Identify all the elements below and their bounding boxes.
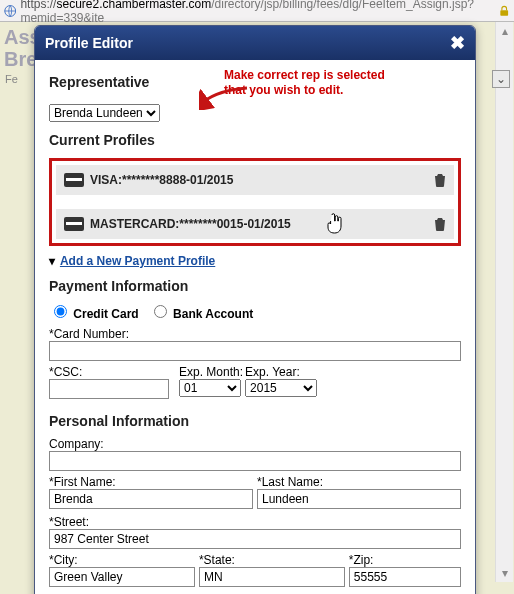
city-label: *City: [49, 553, 195, 567]
url-proto: https:// [20, 0, 56, 11]
page-scrollbar[interactable]: ▴ ▾ [495, 22, 513, 582]
trash-icon[interactable] [434, 173, 446, 187]
modal-header: Profile Editor ✖ [35, 26, 475, 60]
svg-rect-1 [500, 10, 508, 15]
last-name-input[interactable] [257, 489, 461, 509]
current-profiles-heading: Current Profiles [49, 132, 461, 148]
caret-down-icon[interactable]: ▾ [49, 254, 55, 268]
company-input[interactable] [49, 451, 461, 471]
personal-info-heading: Personal Information [49, 413, 461, 429]
add-profile-row: ▾ Add a New Payment Profile [49, 254, 461, 268]
hand-cursor-icon [326, 213, 344, 235]
first-name-label: *First Name: [49, 475, 253, 489]
exp-year-label: Exp. Year: [245, 365, 317, 379]
profile-entry-visa[interactable]: VISA:********8888-01/2015 [56, 165, 454, 195]
lock-icon [498, 4, 510, 18]
card-icon [64, 173, 84, 187]
zip-input[interactable] [349, 567, 461, 587]
add-payment-profile-link[interactable]: Add a New Payment Profile [60, 254, 215, 268]
company-label: Company: [49, 437, 461, 451]
representative-select[interactable]: Brenda Lundeen [49, 104, 160, 122]
last-name-label: *Last Name: [257, 475, 461, 489]
credit-card-radio[interactable] [54, 305, 67, 318]
trash-icon[interactable] [434, 217, 446, 231]
background-dropdown-caret[interactable]: ⌄ [492, 70, 510, 88]
profile-text: MASTERCARD:********0015-01/2015 [90, 217, 291, 231]
close-icon[interactable]: ✖ [450, 34, 465, 52]
bank-account-radio-label[interactable]: Bank Account [149, 307, 254, 321]
csc-input[interactable] [49, 379, 169, 399]
street-input[interactable] [49, 529, 461, 549]
card-number-input[interactable] [49, 341, 461, 361]
state-input[interactable] [199, 567, 345, 587]
current-profiles-box: VISA:********8888-01/2015 MASTERCARD:***… [49, 158, 461, 246]
url-host: secure2.chambermaster.com [56, 0, 211, 11]
card-icon [64, 217, 84, 231]
modal-title: Profile Editor [45, 35, 133, 51]
first-name-input[interactable] [49, 489, 253, 509]
exp-year-select[interactable]: 2015 [245, 379, 317, 397]
profile-text: VISA:********8888-01/2015 [90, 173, 233, 187]
browser-url-bar: https://secure2.chambermaster.com/direct… [0, 0, 514, 22]
state-label: *State: [199, 553, 345, 567]
scroll-down-icon[interactable]: ▾ [496, 564, 513, 582]
bank-account-radio[interactable] [154, 305, 167, 318]
background-fe-label: Fe [5, 73, 18, 85]
profile-editor-modal: Profile Editor ✖ Representative Make cor… [34, 25, 476, 594]
csc-label: *CSC: [49, 365, 169, 379]
exp-month-label: Exp. Month: [179, 365, 243, 379]
street-label: *Street: [49, 515, 461, 529]
zip-label: *Zip: [349, 553, 461, 567]
exp-month-select[interactable]: 01 [179, 379, 241, 397]
scroll-up-icon[interactable]: ▴ [496, 22, 513, 40]
card-number-label: *Card Number: [49, 327, 461, 341]
credit-card-radio-label[interactable]: Credit Card [49, 307, 142, 321]
city-input[interactable] [49, 567, 195, 587]
arrow-annotation-icon [199, 86, 249, 110]
globe-icon [4, 4, 16, 18]
payment-info-heading: Payment Information [49, 278, 461, 294]
profile-entry-mastercard[interactable]: MASTERCARD:********0015-01/2015 [56, 209, 454, 239]
